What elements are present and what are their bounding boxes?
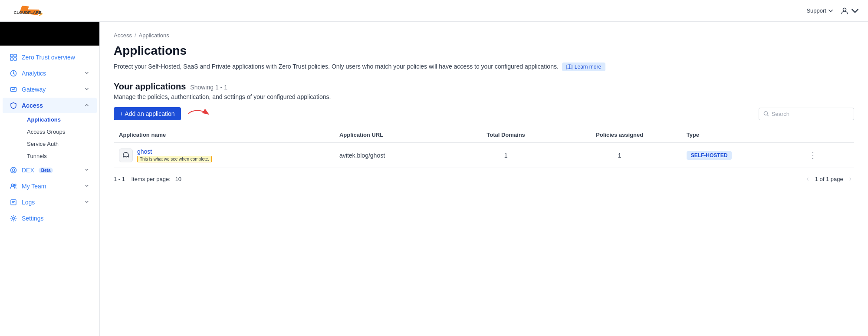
svg-point-1 xyxy=(843,8,846,11)
pagination: ‹ 1 of 1 page › xyxy=(804,173,854,184)
total-domains-cell: 1 xyxy=(454,143,558,168)
annotation-arrow xyxy=(186,107,212,120)
book-icon xyxy=(566,64,572,69)
chevron-down-icon xyxy=(84,183,90,190)
chevron-down-icon xyxy=(851,7,859,15)
items-per-page-label: Items per page: xyxy=(131,176,170,182)
sidebar-item-access[interactable]: Access xyxy=(3,98,97,113)
top-navigation: CLOUDFLARE Support xyxy=(0,0,868,22)
sidebar-item-settings[interactable]: Settings xyxy=(3,211,97,226)
sidebar-item-logs[interactable]: Logs xyxy=(3,194,97,210)
dex-icon xyxy=(10,166,17,174)
chevron-down-icon xyxy=(84,167,90,174)
svg-point-9 xyxy=(11,168,16,173)
sidebar-nav: Zero Trust overview Analytics xyxy=(0,46,99,230)
type-badge: SELF-HOSTED xyxy=(687,151,732,160)
actions-cell: ⋮ xyxy=(800,143,854,168)
sidebar-item-label: Settings xyxy=(22,215,44,222)
gear-icon xyxy=(10,214,17,222)
svg-rect-4 xyxy=(10,58,13,60)
breadcrumb-current: Applications xyxy=(139,32,169,39)
col-header-policies: Policies assigned xyxy=(558,127,681,143)
svg-point-11 xyxy=(14,184,16,186)
sidebar-sub-item-tunnels[interactable]: Tunnels xyxy=(22,150,97,162)
app-name-link[interactable]: ghost xyxy=(137,148,212,155)
sidebar-item-zero-trust-overview[interactable]: Zero Trust overview xyxy=(3,49,97,65)
app-icon xyxy=(119,148,133,162)
toolbar: + Add an application xyxy=(114,107,854,120)
pagination-next-button[interactable]: › xyxy=(847,173,854,184)
sidebar-sub-item-access-groups[interactable]: Access Groups xyxy=(22,126,97,138)
search-icon xyxy=(763,111,769,117)
user-icon xyxy=(840,7,849,15)
user-menu[interactable] xyxy=(840,7,859,15)
table-row: ghost This is what we see when complete.… xyxy=(114,143,854,168)
col-header-app-name: Application name xyxy=(114,127,334,143)
range-text: 1 - 1 xyxy=(114,176,125,182)
shield-icon xyxy=(10,102,17,109)
ghost-icon xyxy=(122,151,130,160)
sidebar-item-label: Access xyxy=(22,102,43,109)
page-desc-text: Protect your Self-Hosted, SaaS and Priva… xyxy=(114,62,559,71)
breadcrumb-parent[interactable]: Access xyxy=(114,32,132,39)
table-footer: 1 - 1 Items per page: 10 ‹ 1 of 1 page › xyxy=(114,173,854,184)
breadcrumb-separator: / xyxy=(135,32,136,39)
more-options-button[interactable]: ⋮ xyxy=(806,149,820,162)
chevron-down-icon xyxy=(828,8,833,13)
sidebar-item-label: Gateway xyxy=(22,86,46,93)
support-label: Support xyxy=(806,7,826,14)
main-content: Access / Applications Applications Prote… xyxy=(100,22,868,336)
sidebar-item-label: My Team xyxy=(22,183,46,190)
search-input[interactable] xyxy=(772,111,849,117)
logs-icon xyxy=(10,198,17,206)
support-menu[interactable]: Support xyxy=(806,7,833,14)
page-description: Protect your Self-Hosted, SaaS and Priva… xyxy=(114,62,854,71)
svg-rect-12 xyxy=(11,200,16,205)
pagination-prev-button[interactable]: ‹ xyxy=(804,173,811,184)
sub-item-label: Access Groups xyxy=(27,128,65,135)
svg-point-8 xyxy=(12,169,15,171)
section-count: Showing 1 - 1 xyxy=(190,84,227,91)
breadcrumb: Access / Applications xyxy=(114,32,854,39)
policies-assigned-cell: 1 xyxy=(558,143,681,168)
sidebar-sub-item-applications[interactable]: Applications xyxy=(22,114,97,125)
svg-text:CLOUDFLARE: CLOUDFLARE xyxy=(14,10,42,14)
team-icon xyxy=(10,182,17,190)
chevron-down-icon xyxy=(84,70,90,77)
sidebar: Zero Trust overview Analytics xyxy=(0,22,100,336)
chevron-down-icon xyxy=(84,199,90,206)
learn-more-button[interactable]: Learn more xyxy=(562,63,605,71)
grid-icon xyxy=(10,53,17,61)
svg-point-13 xyxy=(13,217,15,220)
svg-point-10 xyxy=(12,184,14,186)
sub-item-label: Service Auth xyxy=(27,141,59,147)
cloudflare-logo[interactable]: CLOUDFLARE xyxy=(9,3,56,19)
sidebar-sub-item-service-auth[interactable]: Service Auth xyxy=(22,138,97,150)
search-box[interactable] xyxy=(759,108,854,120)
sidebar-item-dex[interactable]: DEX Beta xyxy=(3,162,97,178)
tooltip-hint: This is what we see when complete. xyxy=(137,156,212,162)
sub-item-label: Tunnels xyxy=(27,153,47,159)
add-application-button[interactable]: + Add an application xyxy=(114,107,181,120)
sidebar-item-label: Analytics xyxy=(22,70,46,77)
sidebar-item-my-team[interactable]: My Team xyxy=(3,178,97,194)
learn-more-label: Learn more xyxy=(575,64,601,70)
items-per-page-value: 10 xyxy=(175,176,181,182)
col-header-actions xyxy=(800,127,854,143)
chevron-up-icon xyxy=(84,102,90,109)
chevron-down-icon xyxy=(84,86,90,93)
sidebar-item-analytics[interactable]: Analytics xyxy=(3,66,97,81)
applications-table: Application name Application URL Total D… xyxy=(114,127,854,168)
col-header-type: Type xyxy=(681,127,801,143)
type-cell: SELF-HOSTED xyxy=(681,143,801,168)
sidebar-item-gateway[interactable]: Gateway xyxy=(3,82,97,97)
sidebar-item-label: Zero Trust overview xyxy=(22,54,75,61)
svg-rect-2 xyxy=(10,54,13,57)
access-subnav: Applications Access Groups Service Auth … xyxy=(0,114,99,162)
app-url-cell: avitek.blog/ghost xyxy=(334,143,454,168)
topnav-right: Support xyxy=(806,7,859,15)
page-title: Applications xyxy=(114,44,854,58)
col-header-app-url: Application URL xyxy=(334,127,454,143)
sub-item-label: Applications xyxy=(27,116,61,123)
section-header: Your applications Showing 1 - 1 xyxy=(114,82,854,92)
